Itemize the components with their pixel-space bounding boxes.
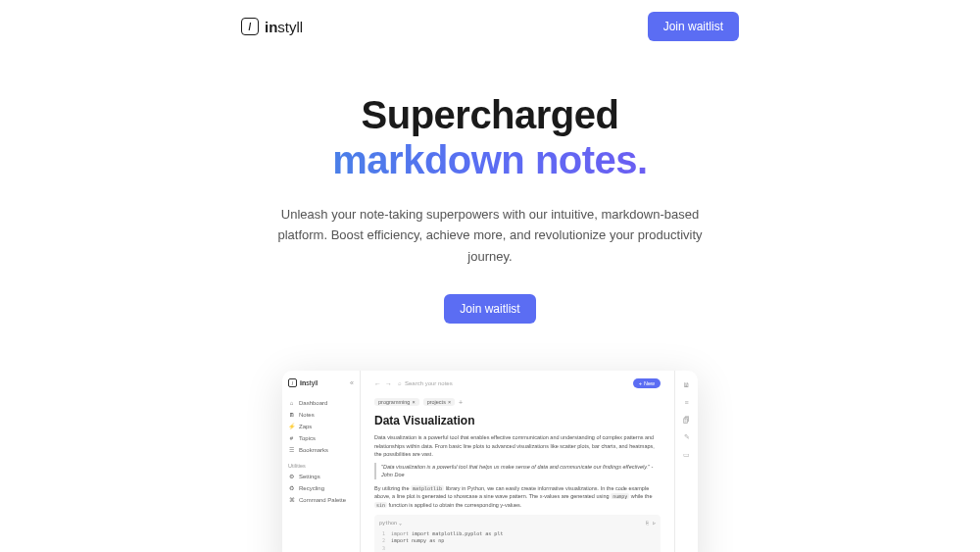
sidebar-logo: / instyll « [288, 378, 354, 387]
command-icon: ⌘ [288, 496, 295, 503]
settings-icon: ⚙ [288, 473, 295, 479]
document-title: Data Visualization [374, 414, 661, 427]
hero-title: Supercharged markdown notes. [0, 92, 980, 182]
sidebar-item-topics[interactable]: #Topics [288, 434, 354, 441]
chevron-down-icon: ⌄ [399, 520, 402, 527]
hero-section: Supercharged markdown notes. Unleash you… [0, 53, 980, 343]
sidebar-item-dashboard[interactable]: ⌂Dashboard [288, 399, 354, 406]
paragraph: Data visualization is a powerful tool th… [374, 433, 661, 458]
sidebar-item-recycling[interactable]: ♻Recycling [288, 484, 354, 491]
topics-icon: # [288, 434, 295, 441]
plus-icon: + [639, 380, 642, 386]
code-block: python ⌄ ⎘ ▷ 1import import matplotlib.p… [374, 515, 661, 552]
sidebar-nav: ⌂Dashboard 🗎Notes ⚡Zaps #Topics ☰Bookmar… [288, 399, 354, 453]
topbar: ← → ⌕ Search your notes + New [374, 378, 661, 388]
sidebar: / instyll « ⌂Dashboard 🗎Notes ⚡Zaps #Top… [282, 371, 361, 552]
site-header: / instyll Join waitlist [0, 0, 980, 53]
main-area: ← → ⌕ Search your notes + New programmin… [361, 371, 698, 552]
recycling-icon: ♻ [288, 484, 295, 491]
search-icon: ⌕ [398, 380, 402, 386]
logo-mark-icon: / [241, 18, 259, 35]
code-language[interactable]: python ⌄ [379, 520, 402, 527]
tag-row: programming× projects× + [374, 398, 661, 406]
join-waitlist-button[interactable]: Join waitlist [648, 12, 739, 41]
content-area: ← → ⌕ Search your notes + New programmin… [361, 371, 674, 552]
copy-icon[interactable]: ⎘ [646, 520, 649, 527]
sidebar-utils: ⚙Settings ♻Recycling ⌘Command Palette [288, 473, 354, 503]
rail-view-icon[interactable]: ▭ [683, 451, 691, 459]
paragraph: By utilizing the matplotlib library in P… [374, 484, 661, 510]
brand-name: instyll [265, 19, 303, 35]
sidebar-item-notes[interactable]: 🗎Notes [288, 411, 354, 418]
rail-document-icon[interactable]: 🗎 [683, 380, 691, 388]
search-input[interactable]: ⌕ Search your notes [398, 380, 627, 386]
rail-edit-icon[interactable]: ✎ [683, 433, 691, 441]
hero-join-waitlist-button[interactable]: Join waitlist [444, 294, 535, 324]
document-body: Data visualization is a powerful tool th… [374, 433, 661, 552]
inline-code: sin [374, 502, 387, 508]
nav-back-icon[interactable]: ← [374, 380, 381, 387]
sidebar-item-bookmarks[interactable]: ☰Bookmarks [288, 446, 354, 453]
sidebar-logo-icon: / [288, 378, 297, 387]
run-icon[interactable]: ▷ [653, 520, 656, 527]
rail-copy-icon[interactable]: 🗐 [683, 416, 691, 424]
sidebar-item-command-palette[interactable]: ⌘Command Palette [288, 496, 354, 503]
hero-subtitle: Unleash your note-taking superpowers wit… [265, 204, 715, 267]
new-button[interactable]: + New [633, 378, 661, 388]
right-rail: 🗎 ≡ 🗐 ✎ ▭ ⤢ [674, 371, 698, 552]
inline-code: numpy [611, 493, 629, 499]
sidebar-collapse-icon[interactable]: « [350, 379, 354, 386]
add-tag-icon[interactable]: + [459, 399, 463, 406]
sidebar-item-settings[interactable]: ⚙Settings [288, 473, 354, 479]
tag-projects[interactable]: projects× [423, 398, 455, 406]
home-icon: ⌂ [288, 399, 295, 406]
sidebar-item-zaps[interactable]: ⚡Zaps [288, 423, 354, 429]
bookmarks-icon: ☰ [288, 446, 295, 453]
sidebar-section-utilities: Utilities [288, 463, 354, 469]
tag-programming[interactable]: programming× [374, 398, 419, 406]
app-screenshot: / instyll « ⌂Dashboard 🗎Notes ⚡Zaps #Top… [282, 371, 698, 552]
tag-close-icon[interactable]: × [448, 399, 451, 405]
nav-forward-icon[interactable]: → [385, 380, 392, 387]
rail-outline-icon[interactable]: ≡ [683, 398, 691, 406]
tag-close-icon[interactable]: × [412, 399, 415, 405]
zaps-icon: ⚡ [288, 423, 295, 429]
brand-logo[interactable]: / instyll [241, 18, 303, 35]
blockquote: "Data visualization is a powerful tool t… [374, 463, 661, 479]
notes-icon: 🗎 [288, 411, 295, 418]
inline-code: matplotlib [411, 485, 444, 491]
